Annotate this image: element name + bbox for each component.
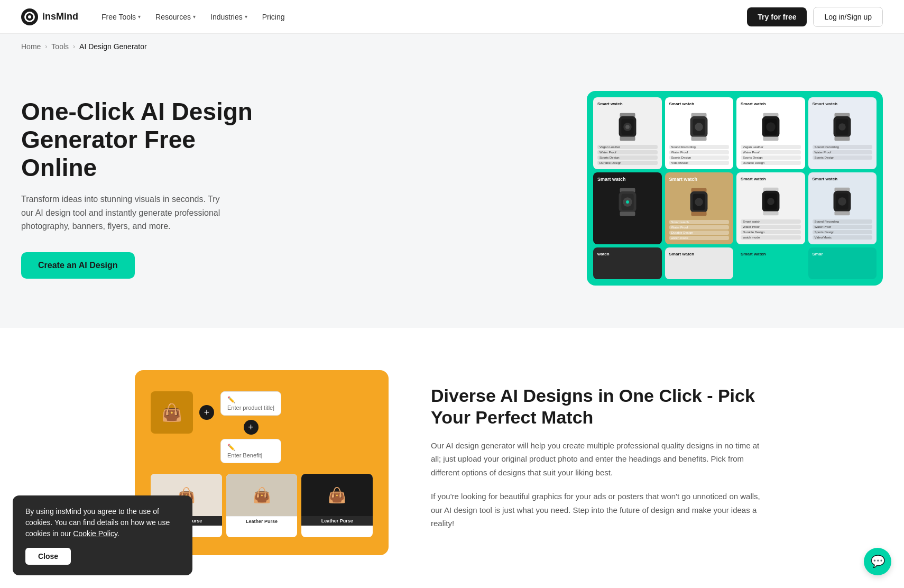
hero-image: Smart watch Vegan Leather Water Proof Sp… [587,91,883,286]
watch-card-9: watch [593,247,662,279]
chat-icon: 💬 [871,555,885,568]
svg-point-14 [766,122,775,131]
nav-actions: Try for free Log in/Sign up [747,7,883,27]
svg-point-35 [767,198,774,205]
chevron-down-icon: ▾ [193,14,196,20]
login-signup-button[interactable]: Log in/Sign up [813,7,883,27]
cookie-banner: By using insMind you agree to the use of… [13,495,192,575]
watch-card-2: Smart watch Sound Recording Water Proof … [665,97,734,169]
chat-button[interactable]: 💬 [864,548,891,575]
watch-card-5-title: Smart watch [597,177,626,182]
svg-rect-20 [835,136,850,141]
watch-grid-container: Smart watch Vegan Leather Water Proof Sp… [587,91,883,286]
pencil-icon-2: ✏️ [227,444,274,451]
svg-rect-26 [620,212,635,216]
chevron-down-icon: ▾ [245,14,247,20]
watch-tags-7: Smart watch Water Proof Durable Design w… [741,219,801,240]
pencil-icon: ✏️ [227,396,274,403]
svg-rect-41 [835,212,850,216]
result-card-2: 👜 Leather Purse [226,474,298,537]
product-photo: 👜 [151,391,193,434]
watch-tags-2: Sound Recording Water Proof Sports Desig… [669,145,730,165]
hero-title: One-Click AI Design Generator Free Onlin… [21,98,275,182]
breadcrumb: Home › Tools › AI Design Generator [0,34,904,59]
watch-card-10: Smart watch [665,247,734,279]
watch-tags-3: Vegan Leather Water Proof Sports Design … [741,145,801,165]
watch-tags-6: Smart watch Water Proof Durable Design w… [669,220,730,240]
svg-point-30 [695,198,703,206]
watch-card-11-title: Smart watch [741,252,766,257]
watch-tags-4: Sound Recording Water Proof Sports Desig… [813,145,873,160]
watch-card-12-title: Smar [813,252,823,257]
watch-card-7: Smart watch Smart watch Water Proof Dura… [736,172,805,245]
result-card-2-img: 👜 [226,474,298,516]
watch-tags-1: Vegan Leather Water Proof Sports Design … [597,145,658,165]
create-ai-design-button[interactable]: Create an AI Design [21,252,135,279]
svg-point-19 [838,123,846,131]
watch-card-4-title: Smart watch [813,102,838,107]
breadcrumb-sep2: › [73,43,75,50]
watch-card-5: Smart watch [593,172,662,245]
svg-point-9 [695,123,703,131]
nav-item-industries[interactable]: Industries ▾ [204,8,254,25]
cookie-text: By using insMind you agree to the use of… [25,506,180,539]
breadcrumb-sep1: › [45,43,47,50]
chevron-down-icon: ▾ [138,14,141,20]
section2-title: Diverse AI Designs in One Click - Pick Y… [431,385,769,428]
watch-card-1-title: Smart watch [597,102,623,107]
hero-section: One-Click AI Design Generator Free Onlin… [0,59,904,328]
watch-grid: Smart watch Vegan Leather Water Proof Sp… [593,97,877,279]
watch-card-1: Smart watch Vegan Leather Water Proof Sp… [593,97,662,169]
logo[interactable]: insMind [21,8,78,25]
hero-description: Transform ideas into stunning visuals in… [21,192,233,233]
logo-text: insMind [42,11,78,22]
section2-desc2: If you're looking for beautiful graphics… [431,490,769,530]
watch-card-4: Smart watch Sound Recording Water Proof … [808,97,877,169]
watch-card-9-title: watch [597,252,610,257]
svg-rect-10 [691,136,707,141]
hero-content: One-Click AI Design Generator Free Onlin… [21,98,275,278]
watch-card-3: Smart watch Vegan Leather Water Proof Sp… [736,97,805,169]
nav-item-resources[interactable]: Resources ▾ [149,8,202,25]
svg-rect-36 [763,212,778,216]
nav-item-free-tools[interactable]: Free Tools ▾ [95,8,147,25]
input-fields: ✏️ Enter product title| + ✏️ Enter Benef… [220,391,281,463]
result-card-3-img: 👜 [301,474,373,516]
result-card-3-label: Leather Purse [301,516,373,526]
svg-rect-31 [691,212,707,216]
cookie-policy-link[interactable]: Cookie Policy [73,529,117,538]
breadcrumb-current: AI Design Generator [79,42,147,51]
watch-card-3-title: Smart watch [741,102,766,107]
nav-item-pricing[interactable]: Pricing [256,8,291,25]
svg-point-25 [626,200,629,204]
watch-card-10-title: Smart watch [669,252,695,257]
try-for-free-button[interactable]: Try for free [747,7,807,26]
cookie-close-button[interactable]: Close [25,548,71,565]
product-demo: 👜 + ✏️ Enter product title| + ✏️ Enter B… [151,391,373,463]
watch-tags-8: Sound Recording Water Proof Sports Desig… [813,219,873,240]
breadcrumb-home[interactable]: Home [21,42,41,51]
watch-card-2-title: Smart watch [669,102,695,107]
svg-point-40 [838,197,846,205]
svg-point-4 [625,125,630,129]
result-card-2-label: Leather Purse [226,516,298,526]
watch-card-12: Smar [808,247,877,279]
navbar: insMind Free Tools ▾ Resources ▾ Industr… [0,0,904,34]
watch-card-8: Smart watch Sound Recording Water Proof … [808,172,877,245]
watch-card-6-title: Smart watch [669,177,698,182]
section2-text: Diverse AI Designs in One Click - Pick Y… [431,385,769,541]
svg-rect-5 [620,136,635,141]
title-input: ✏️ Enter product title| [220,391,281,416]
section2-desc1: Our AI design generator will help you cr… [431,439,769,480]
watch-card-6: Smart watch Smart watch Water Proof Dura… [665,172,734,245]
result-card-3: 👜 Leather Purse [301,474,373,537]
section2-inner: 👜 + ✏️ Enter product title| + ✏️ Enter B… [135,370,769,555]
watch-card-8-title: Smart watch [813,177,838,182]
plus-icon-2: + [244,420,259,435]
watch-card-11: Smart watch [736,247,805,279]
nav-menu: Free Tools ▾ Resources ▾ Industries ▾ Pr… [95,8,291,25]
benefit-input: ✏️ Enter Benefit| [220,439,281,463]
breadcrumb-tools[interactable]: Tools [51,42,69,51]
watch-card-7-title: Smart watch [741,177,766,182]
svg-rect-15 [763,136,778,141]
